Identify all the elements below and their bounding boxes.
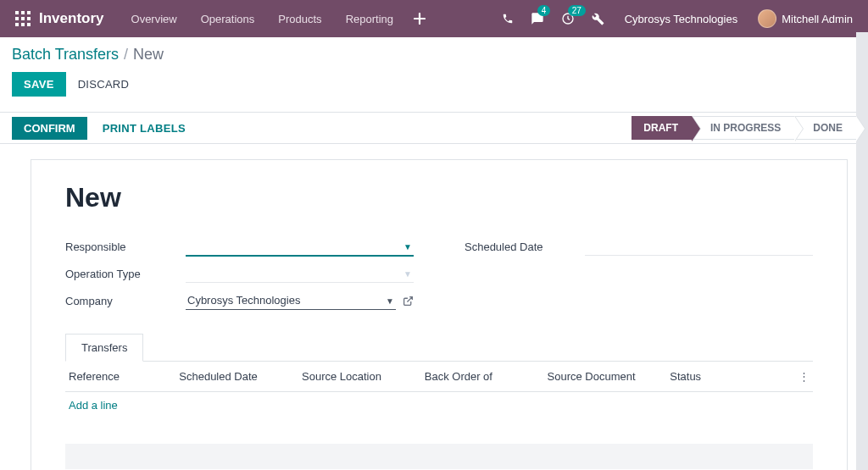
responsible-field[interactable] <box>186 237 414 257</box>
apps-icon[interactable] <box>15 11 31 26</box>
activities-icon[interactable]: 27 <box>553 0 583 37</box>
scrollbar[interactable] <box>856 32 868 470</box>
stage-draft[interactable]: DRAFT <box>632 116 692 140</box>
breadcrumb: Batch Transfers / New <box>12 46 856 64</box>
control-panel: Batch Transfers / New SAVE DISCARD <box>0 37 868 102</box>
label-operation-type: Operation Type <box>65 268 186 280</box>
th-back-order-of: Back Order of <box>425 370 548 383</box>
discard-button[interactable]: DISCARD <box>78 78 130 91</box>
confirm-button[interactable]: CONFIRM <box>12 117 87 140</box>
th-source-location: Source Location <box>302 370 425 383</box>
save-button[interactable]: SAVE <box>12 72 66 97</box>
user-name: Mitchell Admin <box>782 13 853 25</box>
print-labels-button[interactable]: PRINT LABELS <box>103 122 186 135</box>
breadcrumb-parent[interactable]: Batch Transfers <box>12 46 119 64</box>
topbar: Inventory Overview Operations Products R… <box>0 0 868 37</box>
tab-transfers[interactable]: Transfers <box>65 334 143 362</box>
nav-operations[interactable]: Operations <box>189 0 267 37</box>
th-source-document: Source Document <box>548 370 670 383</box>
nav-overview[interactable]: Overview <box>120 0 189 37</box>
statusbar: CONFIRM PRINT LABELS DRAFT IN PROGRESS D… <box>0 112 868 144</box>
breadcrumb-sep: / <box>124 46 128 64</box>
form-sheet: New Responsible ▼ Operation Type ▼ Compa… <box>31 159 848 470</box>
operation-type-field[interactable] <box>186 264 414 283</box>
status-stages: DRAFT IN PROGRESS DONE <box>632 113 856 143</box>
th-status: Status <box>670 370 793 383</box>
avatar <box>758 9 776 28</box>
external-link-icon[interactable] <box>403 296 414 307</box>
user-menu[interactable]: Mitchell Admin <box>749 9 861 28</box>
app-brand[interactable]: Inventory <box>39 10 104 27</box>
table-row <box>65 418 813 444</box>
phone-icon[interactable] <box>493 0 522 37</box>
messages-badge: 4 <box>537 5 551 16</box>
company-field[interactable] <box>186 291 396 310</box>
plus-icon[interactable] <box>405 0 434 37</box>
scheduled-date-field[interactable] <box>585 237 813 256</box>
table-header: Reference Scheduled Date Source Location… <box>65 362 813 392</box>
nav-products[interactable]: Products <box>266 0 333 37</box>
stage-in-progress[interactable]: IN PROGRESS <box>692 116 794 140</box>
nav-reporting[interactable]: Reporting <box>334 0 405 37</box>
label-company: Company <box>65 295 186 307</box>
th-scheduled-date: Scheduled Date <box>179 370 302 383</box>
add-line-link[interactable]: Add a line <box>65 392 813 418</box>
tools-icon[interactable] <box>583 0 613 37</box>
table-row <box>65 444 813 469</box>
tabs: Transfers <box>65 334 813 362</box>
label-responsible: Responsible <box>65 241 186 253</box>
messages-icon[interactable]: 4 <box>522 0 553 37</box>
th-reference: Reference <box>69 370 179 383</box>
record-title: New <box>65 182 813 213</box>
label-scheduled-date: Scheduled Date <box>465 241 585 253</box>
kebab-icon[interactable]: ⋮ <box>793 370 810 383</box>
breadcrumb-current: New <box>133 46 164 64</box>
company-switcher[interactable]: Cybrosys Technologies <box>613 13 749 25</box>
